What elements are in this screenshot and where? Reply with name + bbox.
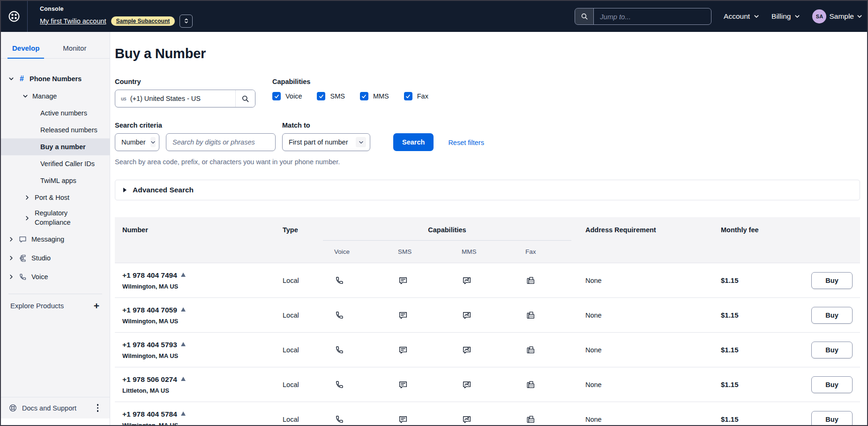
chevron-down-icon (150, 137, 156, 147)
main-content: Buy a Number Country us (+1) United Stat… (110, 32, 867, 425)
monthly-fee-cell: $1.15 (721, 276, 793, 284)
sidebar-item-active-numbers[interactable]: Active numbers (1, 105, 110, 122)
col-header-type: Type (277, 217, 323, 241)
sms-capability-icon (387, 345, 450, 355)
sidebar-item-twiml-apps[interactable]: TwiML apps (1, 172, 110, 189)
checkbox-voice[interactable]: Voice (272, 92, 302, 100)
table-body: +1 978 404 7494 Wilmington, MA US Local (115, 263, 860, 425)
tab-develop[interactable]: Develop (7, 41, 44, 59)
mms-capability-icon (450, 414, 514, 425)
sidebar-item-buy-a-number[interactable]: Buy a number (1, 138, 110, 155)
avatar: SA (812, 9, 826, 23)
monthly-fee-cell: $1.15 (721, 346, 793, 354)
sms-capability-icon (387, 414, 450, 425)
col-header-monthly-fee: Monthly fee (721, 217, 793, 241)
buy-button[interactable]: Buy (811, 342, 853, 358)
checkbox-sms[interactable]: SMS (317, 92, 344, 100)
sidebar-tabs: Develop Monitor (1, 32, 110, 59)
number-location: Wilmington, MA US (122, 318, 277, 325)
sidebar-item-manage[interactable]: Manage (1, 88, 110, 105)
sort-triangle-icon (181, 307, 186, 312)
type-cell: Local (277, 381, 323, 388)
address-requirement-cell: None (578, 416, 721, 423)
country-search-button[interactable] (235, 90, 255, 107)
switcher-icon (183, 17, 190, 24)
advanced-search-accordion[interactable]: Advanced Search (115, 180, 860, 200)
checkbox-fax[interactable]: Fax (404, 92, 428, 100)
sidebar-item-regulatory-compliance[interactable]: Regulatory Compliance (1, 206, 110, 230)
jump-to-input[interactable] (594, 8, 711, 24)
search-icon (241, 95, 249, 103)
search-helper-text: Search by area code, prefix, or characte… (115, 158, 860, 166)
plus-icon[interactable]: + (94, 301, 99, 311)
fax-capability-icon (514, 414, 578, 425)
country-select[interactable]: us (+1) United States - US (115, 90, 255, 107)
phone-number: +1 978 404 7494 (122, 271, 177, 280)
sidebar-item-released-numbers[interactable]: Released numbers (1, 122, 110, 138)
table-row: +1 978 404 7494 Wilmington, MA US Local (115, 263, 860, 297)
buy-button[interactable]: Buy (811, 411, 853, 426)
voice-capability-icon (323, 345, 387, 355)
checkbox-mms[interactable]: MMS (360, 92, 389, 100)
buy-button[interactable]: Buy (811, 307, 853, 324)
explore-products[interactable]: Explore Products + (1, 294, 110, 317)
account-switcher-block: Console My first Twilio account Sample S… (40, 6, 193, 28)
number-cell: +1 978 404 5793 Wilmington, MA US (115, 341, 277, 359)
sidebar-item-messaging[interactable]: Messaging (1, 230, 110, 249)
fax-capability-icon (514, 380, 578, 390)
chevron-down-icon (794, 14, 800, 19)
number-cell: +1 978 404 7494 Wilmington, MA US (115, 271, 277, 290)
sidebar-item-studio[interactable]: Studio (1, 249, 110, 267)
console-label: Console (40, 6, 193, 12)
sidebar-item-verified-caller-ids[interactable]: Verified Caller IDs (1, 155, 110, 172)
tab-monitor[interactable]: Monitor (58, 41, 91, 59)
sort-triangle-icon (181, 342, 186, 346)
type-cell: Local (277, 312, 323, 319)
kebab-menu-icon[interactable] (94, 402, 102, 414)
account-switcher-button[interactable] (180, 15, 193, 28)
sidebar-bottom-strip (1, 418, 110, 425)
billing-menu[interactable]: Billing (771, 12, 800, 21)
number-cell: +1 978 506 0274 Littleton, MA US (115, 375, 277, 394)
sort-triangle-icon (181, 411, 186, 416)
sidebar-item-voice[interactable]: Voice (1, 267, 110, 286)
twilio-logo[interactable] (1, 10, 27, 23)
monthly-fee-cell: $1.15 (721, 311, 793, 319)
sidebar-item-phone-numbers[interactable]: # Phone Numbers (1, 70, 110, 88)
fax-capability-icon (514, 275, 578, 286)
voice-capability-icon (323, 380, 387, 390)
match-to-select[interactable]: First part of number (282, 133, 370, 151)
sms-capability-icon (387, 310, 450, 320)
account-menu[interactable]: Account (724, 12, 759, 21)
voice-icon (18, 273, 27, 281)
monthly-fee-cell: $1.15 (721, 380, 793, 388)
fax-capability-icon (514, 345, 578, 355)
reset-filters-link[interactable]: Reset filters (448, 139, 484, 146)
sidebar-item-port-host[interactable]: Port & Host (1, 189, 110, 206)
search-icon (575, 8, 594, 24)
user-menu[interactable]: SA Sample (812, 9, 862, 23)
page-title: Buy a Number (115, 46, 860, 61)
docs-icon (8, 403, 17, 412)
table-header: Number Type Capabilities Address Require… (115, 217, 860, 263)
type-cell: Local (277, 416, 323, 423)
buy-button[interactable]: Buy (811, 376, 853, 393)
col-header-address-requirement: Address Requirement (578, 217, 721, 241)
navbar-divider (27, 1, 28, 32)
search-button[interactable]: Search (393, 133, 434, 151)
sidebar: Develop Monitor # Phone Numbers Manage (1, 32, 110, 425)
country-flag: us (121, 96, 127, 101)
chevron-down-icon (754, 14, 759, 19)
col-subheader-mms: MMS (450, 241, 514, 263)
sidebar-nav-tree: # Phone Numbers Manage Active numbers Re… (1, 70, 110, 286)
buy-button[interactable]: Buy (811, 272, 853, 289)
capabilities-label: Capabilities (272, 78, 428, 85)
twilio-console-window: Console My first Twilio account Sample S… (0, 0, 868, 426)
search-criteria-select[interactable]: Number (115, 133, 159, 151)
account-name-link[interactable]: My first Twilio account (40, 17, 106, 25)
mms-capability-icon (450, 275, 514, 286)
docs-and-support-bar[interactable]: Docs and Support (1, 397, 110, 418)
address-requirement-cell: None (578, 381, 721, 388)
table-row: +1 978 506 0274 Littleton, MA US Local (115, 367, 860, 402)
digits-search-input[interactable] (166, 133, 276, 151)
